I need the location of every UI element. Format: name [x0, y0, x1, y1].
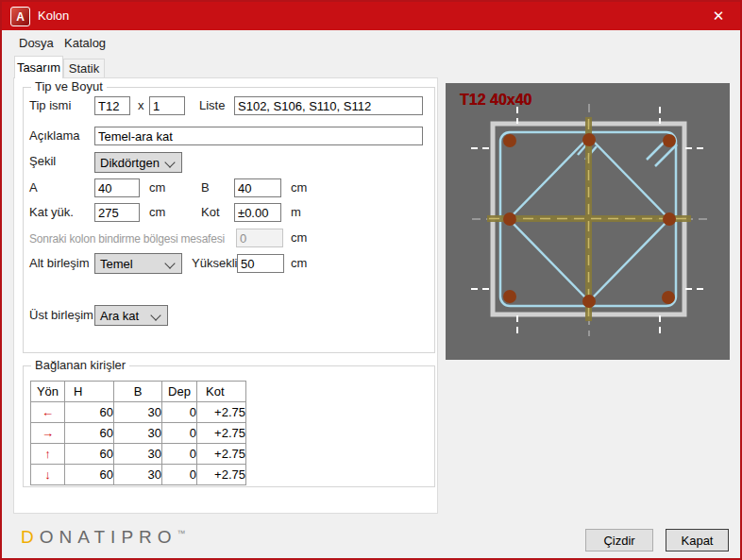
beam-h-cell[interactable]: 60	[65, 465, 114, 485]
kolon-dialog: A Kolon ✕ Dosya Katalog Tasarım Statik T…	[0, 0, 742, 560]
tip-ismi-label: Tip ismi	[29, 96, 71, 115]
beam-h-cell[interactable]: 60	[65, 444, 114, 465]
a-unit: cm	[149, 178, 165, 197]
col-yon: Yön	[31, 382, 65, 402]
menu-katalog[interactable]: Katalog	[60, 30, 110, 56]
preview-section-label: T12 40x40	[460, 92, 532, 109]
beam-h-cell[interactable]: 60	[65, 402, 114, 423]
beam-b-cell[interactable]: 30	[114, 423, 162, 444]
kat-yuk-unit: cm	[149, 203, 165, 222]
a-label: A	[29, 178, 38, 197]
beams-header-row: Yön H B Dep Kot	[31, 382, 246, 402]
beam-b-cell[interactable]: 30	[114, 444, 162, 465]
col-h: H	[65, 382, 114, 402]
column-section-preview: T12 40x40	[446, 83, 730, 360]
col-b: B	[114, 382, 162, 402]
tab-tasarim[interactable]: Tasarım	[14, 56, 63, 78]
tip-ismi-input[interactable]	[94, 96, 130, 115]
beam-kot-cell[interactable]: +2.75	[197, 402, 246, 423]
logo-letter-d: D	[21, 527, 40, 547]
alt-birlesim-label: Alt birleşim	[29, 254, 90, 273]
kat-yuk-input[interactable]	[94, 203, 140, 222]
col-kot: Kot	[197, 382, 246, 402]
col-dep: Dep	[162, 382, 197, 402]
beam-h-cell[interactable]: 60	[65, 423, 114, 444]
b-unit: cm	[291, 178, 307, 197]
menu-dosya[interactable]: Dosya	[15, 30, 58, 56]
kat-yuk-label: Kat yük.	[29, 203, 74, 222]
aciklama-label: Açıklama	[29, 127, 79, 145]
arrow-right-icon: →	[42, 426, 54, 440]
group-tip-ve-boyut-legend: Tip ve Boyut	[31, 79, 107, 93]
liste-input[interactable]	[234, 96, 423, 115]
sekil-value: Dikdörtgen	[100, 156, 160, 170]
cizdir-button[interactable]: Çizdir	[585, 529, 653, 552]
group-baglanan-kirisler-legend: Bağlanan kirişler	[31, 358, 129, 372]
aciklama-input[interactable]	[94, 127, 423, 145]
arrow-up-icon: ↑	[44, 447, 51, 461]
bindirme-input	[236, 229, 283, 247]
logo-rest: ONATIPRO	[40, 527, 177, 547]
ust-birlesim-select[interactable]: Ara kat	[94, 305, 168, 326]
menubar: Dosya Katalog	[2, 30, 740, 56]
arrow-left-icon: ←	[42, 405, 54, 419]
arrow-down-icon: ↓	[44, 467, 51, 482]
bindirme-label: Sonraki kolon bindirme bölgesi mesafesi	[29, 229, 225, 248]
ust-birlesim-label: Üst birleşim	[29, 306, 93, 325]
app-logo-icon: A	[10, 7, 30, 26]
close-icon[interactable]: ✕	[702, 2, 734, 30]
yukseklik-label: Yükseklik	[192, 254, 244, 273]
donatipro-logo: DONATIPRO™	[21, 527, 186, 548]
alt-birlesim-select[interactable]: Temel	[94, 253, 182, 274]
column-section-drawing	[446, 83, 730, 360]
times-label: x	[138, 96, 144, 115]
titlebar: A Kolon ✕	[2, 2, 740, 30]
kot-input[interactable]	[234, 203, 281, 222]
b-label: B	[201, 178, 210, 197]
beam-b-cell[interactable]: 30	[114, 402, 162, 423]
beam-kot-cell[interactable]: +2.75	[197, 444, 246, 465]
sekil-label: Şekil	[29, 152, 56, 171]
chevron-down-icon	[164, 258, 175, 268]
beam-dep-cell[interactable]: 0	[162, 444, 197, 465]
group-tip-ve-boyut: Tip ve Boyut Tip ismi x Liste Açıklama Ş…	[23, 87, 435, 353]
liste-label: Liste	[199, 96, 225, 115]
beam-row: ↓ 60 30 0 +2.75	[31, 465, 246, 485]
beam-dep-cell[interactable]: 0	[162, 423, 197, 444]
beam-dep-cell-selected[interactable]: 0	[162, 402, 197, 423]
alt-birlesim-value: Temel	[100, 257, 133, 271]
kot-unit: m	[291, 203, 301, 222]
beam-row: ← 60 30 0 +2.75	[31, 402, 246, 423]
yukseklik-input[interactable]	[237, 254, 284, 273]
beams-table: Yön H B Dep Kot ← 60 30 0 +2.75 → 60 30	[30, 381, 246, 485]
beam-kot-cell[interactable]: +2.75	[197, 465, 246, 485]
tab-statik[interactable]: Statik	[63, 59, 105, 78]
kot-label: Kot	[201, 203, 220, 222]
bindirme-unit: cm	[291, 229, 307, 247]
beam-row: → 60 30 0 +2.75	[31, 423, 246, 444]
sekil-select[interactable]: Dikdörtgen	[94, 152, 182, 173]
tab-page-tasarim: Tip ve Boyut Tip ismi x Liste Açıklama Ş…	[13, 77, 438, 514]
chevron-down-icon	[150, 310, 160, 320]
tip-count-input[interactable]	[149, 96, 185, 115]
chevron-down-icon	[164, 157, 175, 167]
b-input[interactable]	[234, 178, 281, 197]
beam-kot-cell[interactable]: +2.75	[197, 423, 246, 444]
yukseklik-unit: cm	[291, 254, 307, 273]
beam-dep-cell[interactable]: 0	[162, 465, 197, 485]
logo-tm: ™	[177, 529, 186, 538]
kapat-button[interactable]: Kapat	[666, 529, 729, 552]
a-input[interactable]	[94, 178, 140, 197]
beam-row: ↑ 60 30 0 +2.75	[31, 444, 246, 465]
group-baglanan-kirisler: Bağlanan kirişler Yön H B Dep Kot ← 60 3…	[23, 365, 435, 487]
beam-b-cell[interactable]: 30	[114, 465, 162, 485]
window-title: Kolon	[38, 2, 69, 30]
ust-birlesim-value: Ara kat	[100, 309, 139, 323]
